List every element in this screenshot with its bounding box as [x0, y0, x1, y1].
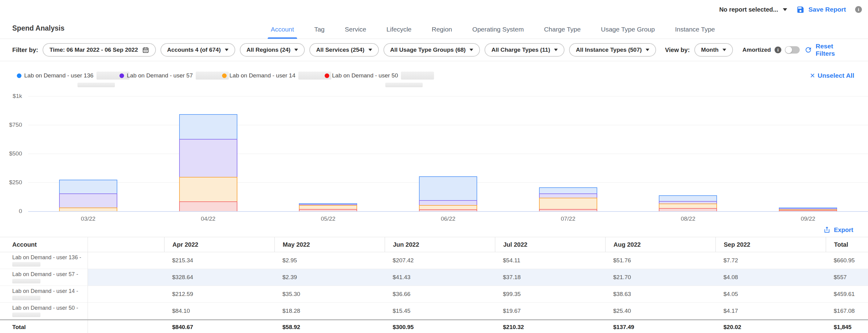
topbar: No report selected... Save Report i [0, 0, 868, 16]
value-cell: $21.70 [605, 269, 715, 286]
stacked-bar-09-22[interactable] [779, 207, 837, 211]
save-report-button[interactable]: Save Report [796, 5, 846, 14]
filter-dropdown-all-services[interactable]: All Services (254) [309, 43, 378, 57]
bar-segment-lab-on-demand-user-50[interactable] [179, 201, 237, 211]
stacked-bar-08-22[interactable] [659, 195, 717, 211]
tab-region[interactable]: Region [430, 26, 453, 39]
tab-account[interactable]: Account [270, 26, 295, 39]
bar-segment-lab-on-demand-user-14[interactable] [539, 198, 597, 209]
tab-usage-type-group[interactable]: Usage Type Group [600, 26, 656, 39]
bar-segment-lab-on-demand-user-14[interactable] [59, 207, 117, 211]
tab-label: Service [345, 26, 366, 33]
report-selector[interactable]: No report selected... [719, 6, 787, 13]
filter-dropdown-label: Accounts 4 (of 674) [167, 46, 221, 53]
legend-item-lab-on-demand-user-50[interactable]: Lab on Demand - user 50 [325, 72, 427, 79]
account-name: Lab on Demand - user 136 - [12, 254, 81, 261]
view-by-label: View by: [665, 46, 690, 54]
page-title: Spend Analysis [12, 24, 64, 32]
value-cell: $84.10 [164, 303, 274, 319]
view-by-value: Month [701, 46, 718, 53]
tab-tag[interactable]: Tag [313, 26, 326, 39]
bar-segment-lab-on-demand-user-57[interactable] [419, 200, 477, 205]
chart-month-slot: 09/22 [748, 96, 868, 211]
bar-segment-lab-on-demand-user-136[interactable] [539, 187, 597, 193]
amortized-toggle[interactable] [785, 46, 800, 54]
tab-charge-type[interactable]: Charge Type [543, 26, 582, 39]
spacer-cell [88, 320, 164, 333]
bar-segment-lab-on-demand-user-136[interactable] [419, 176, 477, 200]
table-row[interactable]: Lab on Demand - user 57 -$328.64$2.39$41… [0, 269, 868, 286]
bar-segment-lab-on-demand-user-14[interactable] [419, 205, 477, 209]
bar-segment-lab-on-demand-user-14[interactable] [659, 203, 717, 208]
bar-segment-lab-on-demand-user-14[interactable] [299, 205, 357, 209]
redacted-account-id [12, 279, 40, 284]
tab-lifecycle[interactable]: Lifecycle [385, 26, 413, 39]
total-value-cell: $137.49 [605, 320, 715, 333]
bar-segment-lab-on-demand-user-136[interactable] [659, 195, 717, 201]
legend-dot [325, 73, 329, 78]
value-cell: $557 [826, 269, 868, 286]
filter-dropdown-all-regions[interactable]: All Regions (24) [240, 43, 305, 57]
legend-item-lab-on-demand-user-136[interactable]: Lab on Demand - user 136 [17, 72, 119, 79]
refresh-icon [804, 46, 812, 54]
spend-table: AccountApr 2022May 2022Jun 2022Jul 2022A… [0, 237, 868, 333]
tab-operating-system[interactable]: Operating System [471, 26, 525, 39]
amortized-info-icon[interactable]: i [775, 46, 781, 53]
active-tab-underline [268, 37, 297, 39]
chevron-down-icon [225, 49, 228, 51]
view-by-dropdown[interactable]: Month [694, 43, 733, 57]
bar-segment-lab-on-demand-user-57[interactable] [179, 139, 237, 177]
table-row[interactable]: Lab on Demand - user 50 -$84.10$18.28$15… [0, 303, 868, 320]
spacer-cell [88, 286, 164, 302]
stacked-bar-03-22[interactable] [59, 180, 117, 211]
filter-dropdown-all-instance-types[interactable]: All Instance Types (507) [569, 43, 656, 57]
stacked-bar-04-22[interactable] [179, 114, 237, 211]
bar-segment-lab-on-demand-user-57[interactable] [659, 201, 717, 203]
bar-segment-lab-on-demand-user-57[interactable] [539, 193, 597, 198]
bar-segment-lab-on-demand-user-14[interactable] [179, 177, 237, 201]
legend-item-lab-on-demand-user-57[interactable]: Lab on Demand - user 57 [119, 72, 222, 79]
column-header-aug-2022: Aug 2022 [605, 237, 715, 252]
time-filter-pill[interactable]: Time: 06 Mar 2022 - 06 Sep 2022 [42, 43, 156, 57]
bar-segment-lab-on-demand-user-136[interactable] [59, 180, 117, 193]
stacked-bar-06-22[interactable] [419, 176, 477, 211]
export-icon [823, 226, 831, 234]
stacked-bar-07-22[interactable] [539, 187, 597, 211]
reset-filters-button[interactable]: Reset Filters [804, 42, 854, 57]
total-value-cell: $1,845 [826, 320, 868, 333]
bar-segment-lab-on-demand-user-50[interactable] [659, 208, 717, 211]
stacked-bar-05-22[interactable] [299, 203, 357, 211]
value-cell: $215.34 [164, 252, 274, 269]
bar-segment-lab-on-demand-user-50[interactable] [539, 209, 597, 211]
export-row: Export [0, 225, 868, 235]
value-cell: $18.28 [274, 303, 385, 319]
tab-instance-type[interactable]: Instance Type [674, 26, 716, 39]
info-icon[interactable]: i [855, 6, 862, 13]
bar-segment-lab-on-demand-user-50[interactable] [419, 209, 477, 211]
bar-segment-lab-on-demand-user-50[interactable] [299, 209, 357, 211]
filter-dropdown-all-usage-type-groups[interactable]: All Usage Type Groups (68) [383, 43, 480, 57]
filter-dropdown-all-charge-types[interactable]: All Charge Types (11) [485, 43, 564, 57]
value-cell: $36.66 [385, 286, 495, 302]
export-label: Export [834, 227, 853, 234]
legend-item-label: Lab on Demand - user 50 [332, 72, 398, 79]
export-button[interactable]: Export [823, 226, 853, 234]
spacer-cell [88, 237, 164, 252]
x-axis-tick-label: 08/22 [628, 215, 748, 222]
bar-segment-lab-on-demand-user-136[interactable] [179, 114, 237, 139]
total-value-cell: $20.02 [715, 320, 826, 333]
x-axis-tick-label: 09/22 [748, 215, 868, 222]
unselect-all-button[interactable]: × Unselect All [810, 72, 854, 79]
table-row[interactable]: Lab on Demand - user 14 -$212.59$35.30$3… [0, 286, 868, 303]
chevron-down-icon [469, 49, 473, 51]
filter-dropdown-accounts-4[interactable]: Accounts 4 (of 674) [160, 43, 235, 57]
bar-segment-lab-on-demand-user-57[interactable] [59, 193, 117, 207]
tab-service[interactable]: Service [344, 26, 368, 39]
column-header-account: Account [0, 237, 88, 252]
chart-month-slot: 04/22 [148, 96, 268, 211]
legend-item-lab-on-demand-user-14[interactable]: Lab on Demand - user 14 [222, 72, 325, 79]
bar-segment-lab-on-demand-user-50[interactable] [779, 210, 837, 211]
value-cell: $37.18 [495, 269, 605, 286]
table-row[interactable]: Lab on Demand - user 136 -$215.34$2.95$2… [0, 252, 868, 269]
value-cell: $2.39 [274, 269, 385, 286]
